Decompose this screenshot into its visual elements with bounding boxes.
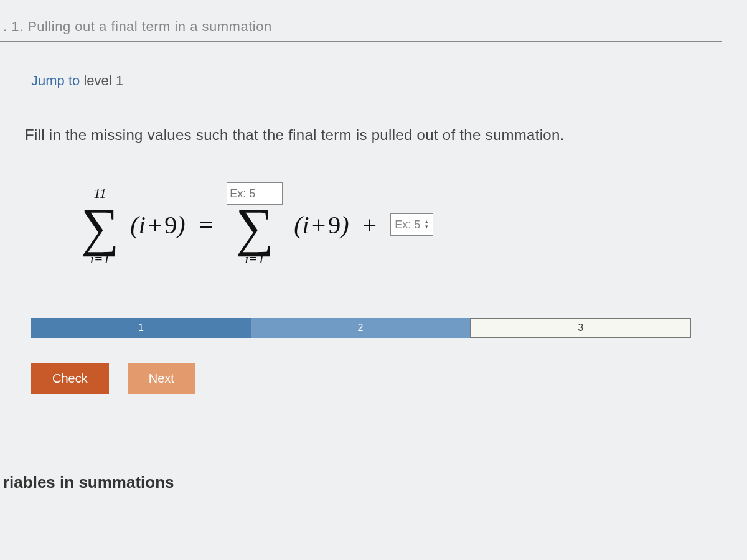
final-term-placeholder: Ex: 5: [395, 218, 420, 231]
lhs-const: 9: [164, 211, 177, 239]
divider-bottom: [0, 457, 722, 457]
lhs-summation: 11 ∑ i=1: [81, 184, 119, 265]
sigma-icon: ∑: [81, 203, 119, 251]
jump-level-label: level 1: [83, 73, 123, 88]
divider-top: [0, 41, 722, 42]
final-term-input[interactable]: Ex: 5 ▲ ▼: [390, 213, 433, 236]
plus-sign: +: [360, 210, 380, 240]
jump-to-level-link[interactable]: Jump to level 1: [31, 73, 123, 89]
rhs-const: 9: [328, 211, 341, 239]
lhs-lower-limit: i=1: [90, 252, 110, 266]
progress-step-3[interactable]: 3: [470, 318, 691, 338]
header-fragment: . 1. Pulling out a final term in a summa…: [3, 19, 722, 35]
lhs-var: i: [139, 211, 146, 239]
equation: 11 ∑ i=1 (i+9) = ∑ i=1 (i+9) + Ex: 5 ▲ ▼: [81, 169, 722, 281]
plus-icon: +: [309, 211, 329, 239]
stepper-arrows-icon[interactable]: ▲ ▼: [424, 220, 429, 230]
progress-step-2[interactable]: 2: [251, 318, 471, 338]
rhs-var: i: [303, 211, 309, 239]
rhs-term: (i+9): [294, 210, 349, 240]
sigma-icon: ∑: [236, 203, 274, 251]
jump-prefix: Jump to: [31, 73, 80, 88]
lhs-term: (i+9): [130, 210, 185, 240]
check-button[interactable]: Check: [31, 363, 109, 394]
next-section-heading: riables in summations: [3, 473, 722, 492]
plus-icon: +: [146, 211, 165, 239]
progress-step-1[interactable]: 1: [31, 318, 251, 338]
chevron-down-icon[interactable]: ▼: [424, 225, 429, 230]
next-button[interactable]: Next: [128, 363, 195, 394]
rhs-lower-limit: i=1: [245, 252, 265, 266]
button-row: Check Next: [31, 363, 722, 394]
question-prompt: Fill in the missing values such that the…: [25, 126, 722, 144]
equals-sign: =: [197, 210, 216, 240]
rhs-summation: ∑ i=1: [227, 184, 283, 265]
progress-bar: 1 2 3: [31, 318, 691, 338]
